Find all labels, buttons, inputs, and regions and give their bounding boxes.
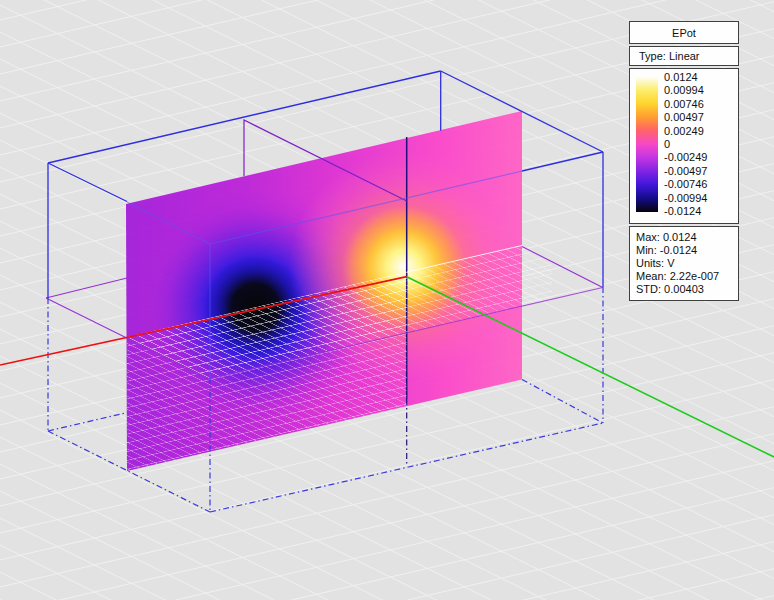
stat-line: Min: -0.0124	[636, 244, 738, 257]
stat-line: Max: 0.0124	[636, 231, 738, 244]
colorbar-tick-label: -0.00746	[664, 178, 707, 190]
stat-line: Units: V	[636, 257, 738, 270]
legend-stats-box: Max: 0.0124Min: -0.0124Units: VMean: 2.2…	[629, 226, 739, 301]
colorbar-tick-label: 0.00746	[664, 98, 707, 110]
colorbar-tick-label: -0.00994	[664, 192, 707, 204]
colorbar-tick-label: 0	[664, 138, 707, 150]
colorbar-tick-label: 0.00994	[664, 84, 707, 96]
legend-scale-type: Type: Linear	[629, 46, 739, 66]
colorbar-tick-label: -0.0124	[664, 205, 707, 217]
legend-title: EPot	[629, 21, 739, 44]
colorbar-box: 0.01240.009940.007460.004970.002490-0.00…	[629, 68, 739, 224]
colorbar-tick-label: 0.00249	[664, 125, 707, 137]
stat-line: Mean: 2.22e-007	[636, 270, 738, 283]
colorbar-tick-label: -0.00497	[664, 165, 707, 177]
colorbar-tick-label: 0.0124	[664, 71, 707, 83]
colorbar-gradient	[636, 76, 658, 212]
legend-panel[interactable]: EPot Type: Linear 0.01240.009940.007460.…	[629, 21, 739, 303]
stat-line: STD: 0.00403	[636, 283, 738, 296]
colorbar-tick-label: -0.00249	[664, 151, 707, 163]
colorbar-tick-label: 0.00497	[664, 111, 707, 123]
simulation-window: EPot Type: Linear 0.01240.009940.007460.…	[0, 0, 774, 600]
colorbar-tick-labels: 0.01240.009940.007460.004970.002490-0.00…	[664, 71, 707, 217]
